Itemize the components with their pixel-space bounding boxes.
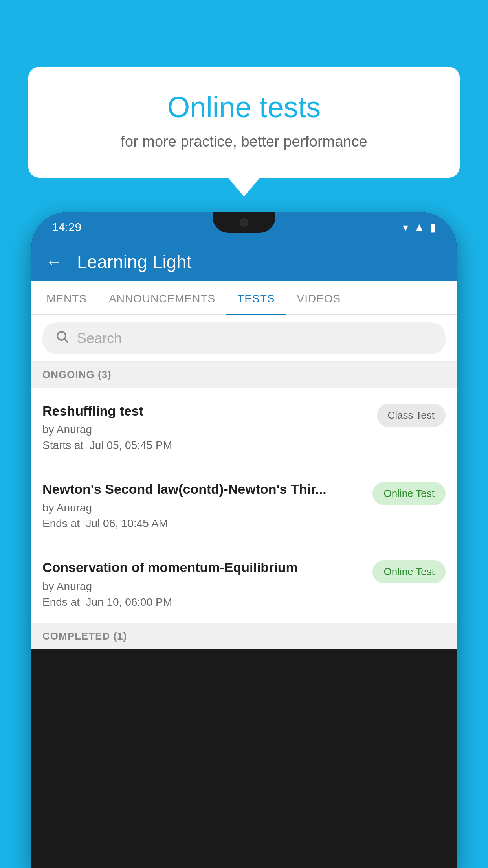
test-badge-2: Online Test: [372, 482, 446, 505]
tab-videos[interactable]: VIDEOS: [286, 281, 352, 314]
test-author-3: by Anurag: [42, 580, 365, 593]
test-name-2: Newton's Second law(contd)-Newton's Thir…: [42, 480, 365, 498]
test-badge-3: Online Test: [372, 560, 446, 583]
test-list: Reshuffling test by Anurag Starts at Jul…: [31, 388, 457, 623]
search-input-wrap[interactable]: Search: [42, 322, 446, 354]
test-info-2: Newton's Second law(contd)-Newton's Thir…: [42, 480, 372, 530]
svg-point-0: [57, 332, 66, 340]
search-icon: [55, 329, 69, 347]
status-icons: ▾ ▲ ▮: [403, 221, 436, 234]
test-date-1: Starts at Jul 05, 05:45 PM: [42, 439, 369, 452]
test-item-2[interactable]: Newton's Second law(contd)-Newton's Thir…: [31, 466, 457, 544]
test-item-3[interactable]: Conservation of momentum-Equilibrium by …: [31, 544, 457, 623]
tab-announcements[interactable]: ANNOUNCEMENTS: [98, 281, 226, 314]
wifi-icon: ▾: [403, 221, 408, 234]
promo-title: Online tests: [56, 90, 432, 124]
promo-subtitle: for more practice, better performance: [56, 133, 432, 150]
tabs-bar: MENTS ANNOUNCEMENTS TESTS VIDEOS: [31, 281, 457, 315]
test-info-1: Reshuffling test by Anurag Starts at Jul…: [42, 402, 377, 452]
phone-frame: 14:29 ▾ ▲ ▮ ← Learning Light MENTS ANNOU…: [31, 212, 457, 868]
status-bar: 14:29 ▾ ▲ ▮: [31, 212, 457, 242]
back-button[interactable]: ←: [46, 253, 63, 270]
test-date-3: Ends at Jun 10, 06:00 PM: [42, 596, 365, 609]
test-name-1: Reshuffling test: [42, 402, 369, 419]
test-name-3: Conservation of momentum-Equilibrium: [42, 559, 365, 576]
battery-icon: ▮: [430, 221, 436, 234]
search-placeholder: Search: [77, 330, 122, 347]
test-badge-1: Class Test: [377, 404, 446, 427]
test-author-1: by Anurag: [42, 423, 369, 436]
promo-card: Online tests for more practice, better p…: [28, 67, 460, 178]
notch: [213, 212, 275, 233]
app-bar: ← Learning Light: [31, 242, 457, 281]
test-author-2: by Anurag: [42, 502, 365, 514]
tab-ments[interactable]: MENTS: [35, 281, 98, 314]
camera-dot: [240, 218, 248, 227]
test-date-2: Ends at Jul 06, 10:45 AM: [42, 517, 365, 530]
search-container: Search: [31, 315, 457, 362]
tab-tests[interactable]: TESTS: [226, 281, 286, 314]
signal-icon: ▲: [414, 221, 425, 234]
test-info-3: Conservation of momentum-Equilibrium by …: [42, 559, 372, 608]
app-title: Learning Light: [77, 251, 192, 272]
status-time: 14:29: [52, 221, 81, 234]
test-item-1[interactable]: Reshuffling test by Anurag Starts at Jul…: [31, 388, 457, 466]
completed-section-label: COMPLETED (1): [31, 623, 457, 649]
ongoing-section-label: ONGOING (3): [31, 362, 457, 388]
phone-screen: MENTS ANNOUNCEMENTS TESTS VIDEOS: [31, 281, 457, 649]
svg-line-1: [65, 339, 68, 342]
